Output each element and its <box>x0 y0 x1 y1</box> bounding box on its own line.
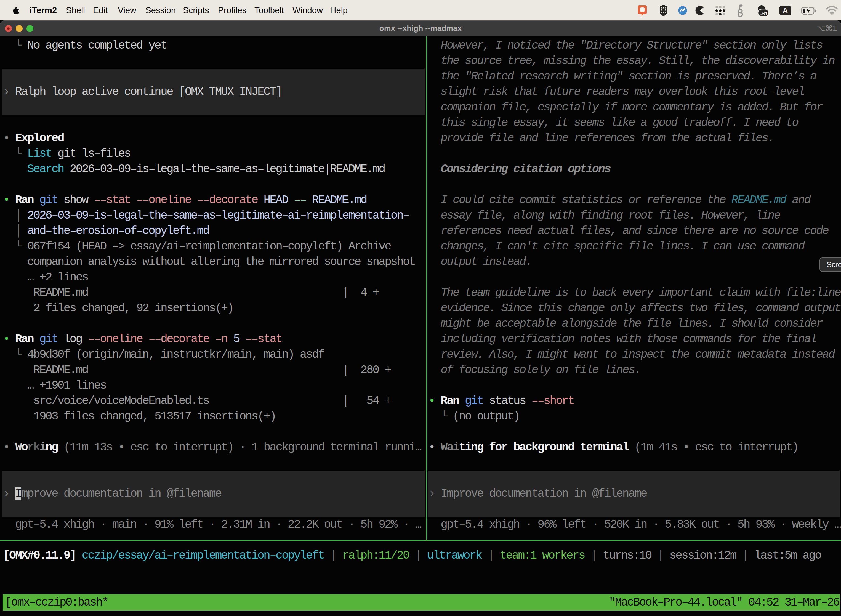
svg-text:..61: ..61 <box>760 11 767 16</box>
